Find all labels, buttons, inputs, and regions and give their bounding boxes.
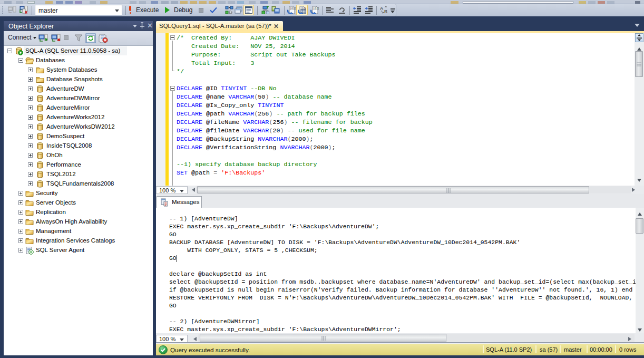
svg-text:1010: 1010 — [290, 7, 296, 11]
svg-text:A: A — [380, 6, 383, 11]
svg-text:B: B — [384, 9, 387, 14]
svg-text:1010: 1010 — [313, 7, 319, 11]
